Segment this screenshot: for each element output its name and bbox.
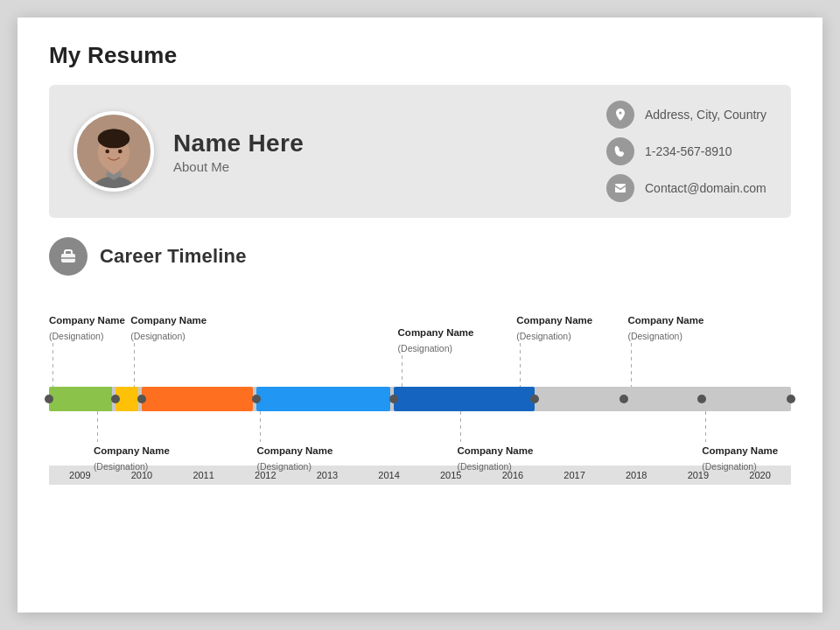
svg-point-5	[102, 129, 125, 142]
tl-bot-1-company: Company Name	[94, 445, 170, 456]
section-header: Career Timeline	[49, 237, 791, 276]
phone-text: 1-234-567-8910	[645, 144, 732, 158]
tl-top-5-desig: (Designation)	[627, 331, 682, 341]
tl-bot-2-company: Company Name	[256, 445, 332, 456]
tl-bot-2: Company Name(Designation)	[256, 411, 332, 473]
tl-top-4-company: Company Name	[516, 315, 592, 326]
tl-bot-1-desig: (Designation)	[94, 461, 148, 472]
svg-point-7	[118, 150, 122, 154]
contact-address-item: Address, City, Country	[606, 101, 766, 129]
profile-info: Name Here About Me	[173, 130, 304, 174]
tl-bot-2-desig: (Designation)	[256, 461, 311, 472]
tl-bot-4: Company Name(Designation)	[702, 411, 778, 473]
year-2014: 2014	[358, 470, 420, 480]
tl-top-1-desig: (Designation)	[49, 331, 103, 341]
email-text: Contact@domain.com	[645, 181, 766, 195]
year-2018: 2018	[606, 470, 668, 480]
tl-bot-3-company: Company Name	[457, 445, 533, 456]
profile-subtitle: About Me	[173, 159, 304, 174]
bottom-labels-area: Company Name(Designation) Company Name(D…	[49, 411, 791, 464]
year-2017: 2017	[543, 470, 606, 480]
tl-bot-4-desig: (Designation)	[702, 461, 756, 472]
tl-top-3-desig: (Designation)	[398, 343, 452, 354]
tl-top-2: Company Name(Designation)	[130, 312, 206, 387]
tl-top-4: Company Name(Designation)	[516, 312, 592, 387]
tl-top-2-desig: (Designation)	[130, 331, 185, 341]
dot-7	[620, 395, 628, 403]
tl-bot-4-company: Company Name	[702, 445, 778, 456]
dot-8	[697, 395, 706, 403]
address-text: Address, City, Country	[645, 108, 766, 122]
bar-green	[49, 387, 112, 411]
dot-2	[111, 395, 120, 403]
top-labels-area: Company Name(Designation) Company Name(D…	[49, 295, 791, 387]
tl-bot-1: Company Name(Designation)	[94, 411, 170, 473]
profile-name: Name Here	[173, 130, 304, 158]
bar-darkblue	[394, 387, 535, 411]
timeline-container: Company Name(Designation) Company Name(D…	[49, 295, 791, 485]
header-section: Name Here About Me Address, City, Countr…	[49, 85, 791, 218]
dot-6	[530, 395, 539, 403]
tl-top-5: Company Name(Designation)	[627, 312, 704, 387]
bar-blue	[256, 387, 390, 411]
year-2011: 2011	[172, 470, 234, 480]
tl-top-2-company: Company Name	[130, 315, 206, 326]
career-section: Career Timeline Company Name(Designation…	[49, 237, 791, 485]
tl-top-1-company: Company Name	[49, 315, 125, 326]
contact-info: Address, City, Country 1-234-567-8910 Co…	[606, 101, 766, 202]
svg-point-6	[105, 150, 109, 154]
tl-top-5-company: Company Name	[627, 315, 704, 326]
tl-bot-3-desig: (Designation)	[457, 461, 511, 472]
email-icon	[606, 174, 634, 202]
tl-top-4-desig: (Designation)	[516, 331, 570, 341]
contact-email-item: Contact@domain.com	[606, 174, 766, 202]
contact-phone-item: 1-234-567-8910	[606, 137, 766, 165]
phone-icon	[606, 137, 634, 165]
bar-orange	[142, 387, 253, 411]
dot-3	[137, 395, 146, 403]
briefcase-icon	[49, 237, 88, 276]
location-icon	[606, 101, 634, 129]
tl-top-3: Company Name(Designation)	[398, 324, 474, 387]
timeline-bars	[49, 387, 791, 411]
tl-bot-3: Company Name(Designation)	[457, 411, 533, 473]
dot-5	[389, 395, 398, 403]
slide: My Resume	[18, 18, 822, 612]
avatar	[74, 111, 154, 192]
slide-title: My Resume	[49, 42, 791, 69]
dot-4	[252, 395, 261, 403]
dot-9	[787, 395, 795, 403]
career-section-title: Career Timeline	[100, 245, 247, 268]
dot-1	[45, 395, 53, 403]
profile-left: Name Here About Me	[74, 111, 304, 192]
tl-top-1: Company Name(Designation)	[49, 312, 125, 387]
tl-top-3-company: Company Name	[398, 327, 474, 338]
